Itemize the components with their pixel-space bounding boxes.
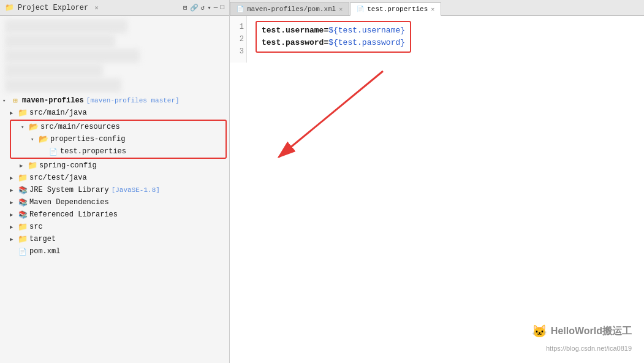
jre-version-label: [JavaSE-1.8] xyxy=(112,186,160,194)
tree-item-label-src: src xyxy=(29,223,43,231)
watermark-text: HelloWorld搬运工 xyxy=(551,325,632,338)
tree-item-label-properties-config: properties-config xyxy=(50,135,125,143)
tree-item-src-main-resources[interactable]: ▾ 📂 src/main/resources xyxy=(11,121,225,133)
line-num-3: 3 xyxy=(235,45,244,58)
test-tab-label: test.properties xyxy=(367,6,428,13)
editor-area[interactable]: 1 2 3 test.username=${test.username} tes… xyxy=(230,16,644,363)
code-val-2: ${test.password} xyxy=(328,38,405,47)
panel-header: 📁 Project Explorer ✕ ⊟ 🔗 ↺ ▾ — □ xyxy=(0,0,229,16)
tree-item-properties-config[interactable]: ▾ 📂 properties-config xyxy=(11,133,225,145)
folder-icon: 📁 xyxy=(18,108,28,118)
folder-src-icon: 📁 xyxy=(18,222,28,232)
tree-item-maven-deps[interactable]: ▶ 📚 Maven Dependencies xyxy=(0,196,229,208)
tree-item-pom-xml[interactable]: ▶ 📄 pom.xml xyxy=(0,245,229,258)
jre-icon: 📚 xyxy=(18,185,28,195)
maven-branch-label: [maven-profiles master] xyxy=(86,97,180,104)
watermark: 🐱 HelloWorld搬运工 xyxy=(532,324,632,338)
tab-pom-xml[interactable]: 📄 maven-profiles/pom.xml ✕ xyxy=(230,2,349,15)
pom-tab-label: maven-profiles/pom.xml xyxy=(247,6,336,13)
chevron-right-icon-jre: ▶ xyxy=(10,187,17,194)
pom-tab-close[interactable]: ✕ xyxy=(339,6,343,13)
properties-file-icon: 📄 xyxy=(48,147,58,156)
maximize-icon[interactable]: □ xyxy=(220,4,224,12)
tree-item-label-src-main-resources: src/main/resources xyxy=(40,123,120,131)
tree-item-label-referenced-libraries: Referenced Libraries xyxy=(29,210,118,219)
tree-item-spring-config[interactable]: ▶ 📁 spring-config xyxy=(0,159,229,172)
tree-item-blurred-1[interactable] xyxy=(5,20,127,33)
chevron-right-icon-target: ▶ xyxy=(10,236,17,243)
ref-lib-icon: 📚 xyxy=(18,210,28,220)
highlight-section: ▾ 📂 src/main/resources ▾ 📂 properties-co… xyxy=(10,120,227,159)
tree-item-label-src-test-java: src/test/java xyxy=(29,174,87,182)
tree-item-target[interactable]: ▶ 📁 target xyxy=(0,233,229,245)
code-highlight-box: test.username=${test.username} test.pass… xyxy=(256,21,411,53)
menu-icon[interactable]: ▾ xyxy=(207,4,211,12)
watermark-icon: 🐱 xyxy=(532,324,547,338)
folder-test-icon: 📁 xyxy=(18,173,28,183)
tree-item-blurred-3[interactable] xyxy=(5,49,140,63)
link-icon[interactable]: 🔗 xyxy=(190,4,199,12)
code-content[interactable]: test.username=${test.username} test.pass… xyxy=(248,16,644,363)
maven-deps-icon: 📚 xyxy=(18,197,28,207)
sync-icon[interactable]: ↺ xyxy=(201,4,205,12)
line-num-1: 1 xyxy=(235,21,244,33)
project-tree: ▾ ⊞ maven-profiles [maven-profiles maste… xyxy=(0,16,229,363)
tree-item-src-main-java[interactable]: ▶ 📁 src/main/java xyxy=(0,107,229,119)
chevron-down-icon: ▾ xyxy=(2,97,10,104)
panel-title: Project Explorer xyxy=(18,4,88,12)
tree-item-src[interactable]: ▶ 📁 src xyxy=(0,221,229,233)
minimize-icon[interactable]: — xyxy=(214,4,218,12)
watermark-url: https://blog.csdn.net/ica0819 xyxy=(546,345,632,352)
folder-target-icon: 📁 xyxy=(18,234,28,244)
chevron-right-icon-test: ▶ xyxy=(10,175,17,182)
tree-item-label-jre: JRE System Library xyxy=(29,186,109,194)
line-num-2: 2 xyxy=(235,33,244,45)
tree-item-blurred-5[interactable] xyxy=(5,78,121,92)
chevron-down-icon-config: ▾ xyxy=(31,136,38,143)
tree-item-label-src-main-java: src/main/java xyxy=(29,109,87,117)
project-icon: 📁 xyxy=(5,3,14,12)
tree-item-maven-project[interactable]: ▾ ⊞ maven-profiles [maven-profiles maste… xyxy=(0,94,229,107)
code-line-1: test.username=${test.username} xyxy=(262,25,405,37)
chevron-right-icon-ref-lib: ▶ xyxy=(10,212,17,218)
xml-file-icon: 📄 xyxy=(18,246,28,256)
chevron-right-icon-src: ▶ xyxy=(10,224,17,231)
collapse-icon[interactable]: ⊟ xyxy=(183,4,188,12)
tree-item-blurred-2[interactable] xyxy=(5,34,115,48)
line-numbers: 1 2 3 xyxy=(230,16,247,63)
watermark-url-text: https://blog.csdn.net/ica0819 xyxy=(546,345,632,352)
test-tab-icon: 📄 xyxy=(357,6,364,13)
tree-item-label-maven: maven-profiles xyxy=(22,96,84,105)
project-folder-icon: ⊞ xyxy=(10,96,20,105)
code-key-2: test.password= xyxy=(262,38,328,47)
code-val-1: ${test.username} xyxy=(328,26,405,35)
folder-config-icon: 📂 xyxy=(39,134,48,144)
tree-item-blurred-4[interactable] xyxy=(5,64,103,77)
tree-item-label-target: target xyxy=(29,235,56,243)
code-line-2: test.password=${test.password} xyxy=(262,37,405,49)
panel-close-icon[interactable]: ✕ xyxy=(94,4,99,12)
chevron-right-icon: ▶ xyxy=(10,110,17,117)
tree-item-label-maven-deps: Maven Dependencies xyxy=(29,198,109,207)
pom-tab-icon: 📄 xyxy=(237,6,244,13)
chevron-right-icon-maven-deps: ▶ xyxy=(10,199,17,206)
tree-item-label-spring-config: spring-config xyxy=(39,161,97,170)
tree-item-test-properties[interactable]: ▶ 📄 test.properties xyxy=(11,145,225,158)
tree-item-src-test-java[interactable]: ▶ 📁 src/test/java xyxy=(0,172,229,184)
folder-open-icon: 📂 xyxy=(29,122,39,132)
chevron-right-icon-spring: ▶ xyxy=(20,162,27,169)
tab-bar: 📄 maven-profiles/pom.xml ✕ 📄 test.proper… xyxy=(230,0,644,16)
tree-item-label-pom-xml: pom.xml xyxy=(29,247,60,256)
chevron-down-icon-resources: ▾ xyxy=(21,124,28,131)
tree-item-label-test-properties: test.properties xyxy=(60,147,126,156)
tab-test-properties[interactable]: 📄 test.properties ✕ xyxy=(350,2,441,16)
tree-item-referenced-libraries[interactable]: ▶ 📚 Referenced Libraries xyxy=(0,208,229,221)
panel-header-icons: ⊟ 🔗 ↺ ▾ — □ xyxy=(183,4,224,12)
tree-item-jre-library[interactable]: ▶ 📚 JRE System Library [JavaSE-1.8] xyxy=(0,184,229,196)
code-line-3 xyxy=(256,53,637,65)
editor-panel: 📄 maven-profiles/pom.xml ✕ 📄 test.proper… xyxy=(230,0,644,363)
folder-spring-icon: 📁 xyxy=(28,161,37,170)
code-key-1: test.username= xyxy=(262,26,328,35)
test-tab-close[interactable]: ✕ xyxy=(431,6,434,13)
project-explorer-panel: 📁 Project Explorer ✕ ⊟ 🔗 ↺ ▾ — □ ▾ ⊞ mav… xyxy=(0,0,230,363)
